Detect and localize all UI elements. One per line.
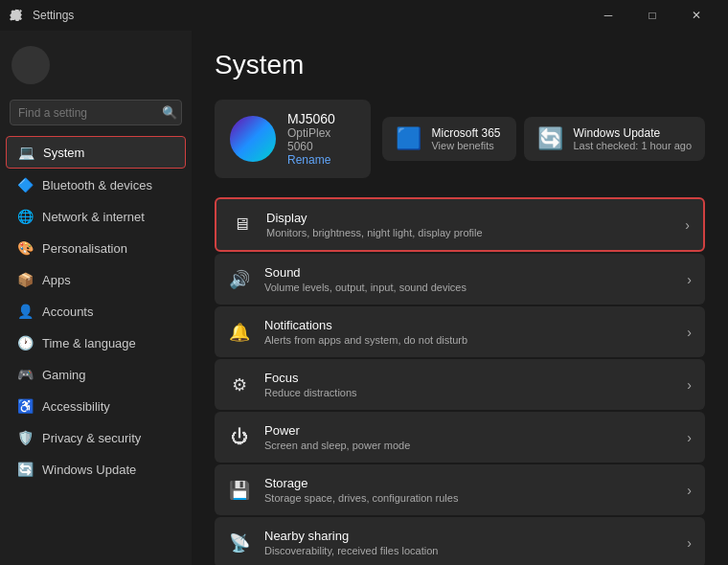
settings-item-storage[interactable]: 💾 Storage Storage space, drives, configu… [215,464,705,515]
nav-label-apps: Apps [42,273,71,287]
avatar-area [0,38,192,96]
settings-icon-notifications: 🔔 [228,321,251,344]
settings-title-power: Power [264,423,673,438]
settings-title-nearby: Nearby sharing [264,529,673,543]
settings-icon-storage: 💾 [228,479,251,502]
nav-label-time: Time & language [42,336,136,350]
search-box[interactable]: 🔍 [10,100,182,125]
nav-label-system: System [43,146,84,160]
page-title: System [215,50,705,80]
close-button[interactable]: ✕ [674,0,718,31]
settings-item-focus[interactable]: ⚙ Focus Reduce distractions › [215,359,705,410]
nav-label-gaming: Gaming [42,368,86,382]
nav-icon-personalisation: 🎨 [17,240,33,256]
nav-icon-privacy: 🛡️ [17,430,33,445]
chevron-icon-sound: › [687,272,692,287]
settings-desc-power: Screen and sleep, power mode [264,440,673,451]
settings-text-notifications: Notifications Alerts from apps and syste… [264,318,673,346]
sidebar: 🔍 💻 System 🔷 Bluetooth & devices 🌐 Netwo… [0,31,192,565]
status-card-0[interactable]: 🟦 Microsoft 365 View benefits [382,117,516,161]
status-card-icon-1: 🔄 [537,126,563,151]
titlebar-controls: ─ □ ✕ [586,0,718,31]
settings-icon-display: 🖥 [230,214,253,237]
sidebar-item-apps[interactable]: 📦 Apps [6,264,186,295]
sidebar-item-system[interactable]: 💻 System [6,136,186,169]
nav-label-windowsupdate: Windows Update [42,463,136,477]
settings-title-focus: Focus [264,371,673,385]
main-container: 🔍 💻 System 🔷 Bluetooth & devices 🌐 Netwo… [0,31,728,565]
nav-icon-network: 🌐 [17,209,33,224]
nav-icon-accounts: 👤 [17,304,33,319]
settings-item-notifications[interactable]: 🔔 Notifications Alerts from apps and sys… [215,306,705,357]
settings-desc-sound: Volume levels, output, input, sound devi… [264,282,673,293]
sidebar-item-personalisation[interactable]: 🎨 Personalisation [6,233,186,263]
nav-label-bluetooth: Bluetooth & devices [42,178,152,192]
content-area: System MJ5060 OptiPlex 5060 Rename 🟦 Mic… [192,31,728,565]
settings-text-nearby: Nearby sharing Discoverability, received… [264,529,673,556]
titlebar: Settings ─ □ ✕ [0,0,728,31]
maximize-button[interactable]: □ [630,0,674,31]
status-card-icon-0: 🟦 [396,126,421,151]
status-card-1[interactable]: 🔄 Windows Update Last checked: 1 hour ag… [524,117,705,161]
settings-app-icon [10,8,25,23]
avatar [11,46,50,84]
settings-list: 🖥 Display Monitors, brightness, night li… [215,197,705,565]
nav-label-network: Network & internet [42,210,145,224]
minimize-button[interactable]: ─ [586,0,630,31]
settings-item-display[interactable]: 🖥 Display Monitors, brightness, night li… [215,197,705,252]
nav-icon-system: 💻 [18,145,34,160]
chevron-icon-storage: › [687,483,692,498]
sidebar-item-time[interactable]: 🕐 Time & language [6,328,186,358]
settings-text-display: Display Monitors, brightness, night ligh… [266,211,671,238]
status-card-title-1: Windows Update [573,126,692,140]
settings-title-sound: Sound [264,265,673,280]
settings-icon-nearby: 📡 [228,531,251,554]
settings-icon-sound: 🔊 [228,268,251,291]
device-rename-link[interactable]: Rename [287,153,355,167]
settings-text-storage: Storage Storage space, drives, configura… [264,476,673,504]
nav-label-personalisation: Personalisation [42,241,127,256]
settings-text-sound: Sound Volume levels, output, input, soun… [264,265,673,293]
nav-icon-bluetooth: 🔷 [17,177,33,192]
sidebar-item-accessibility[interactable]: ♿ Accessibility [6,391,186,421]
settings-text-power: Power Screen and sleep, power mode [264,423,673,451]
settings-desc-display: Monitors, brightness, night light, displ… [266,227,671,238]
settings-item-nearby[interactable]: 📡 Nearby sharing Discoverability, receiv… [215,517,705,565]
settings-icon-power: ⏻ [228,426,251,449]
settings-title-display: Display [266,211,671,225]
chevron-icon-display: › [685,217,690,233]
search-icon: 🔍 [162,105,177,120]
nav-icon-gaming: 🎮 [17,367,33,382]
top-cards: MJ5060 OptiPlex 5060 Rename 🟦 Microsoft … [215,100,705,178]
sidebar-item-windowsupdate[interactable]: 🔄 Windows Update [6,454,186,485]
device-card: MJ5060 OptiPlex 5060 Rename [215,100,371,178]
settings-desc-notifications: Alerts from apps and system, do not dist… [264,334,673,346]
status-card-text-0: Microsoft 365 View benefits [431,126,500,151]
chevron-icon-nearby: › [687,535,692,551]
nav-icon-time: 🕐 [17,335,33,350]
sidebar-item-accounts[interactable]: 👤 Accounts [6,296,186,327]
status-card-text-1: Windows Update Last checked: 1 hour ago [573,126,692,151]
device-model: OptiPlex 5060 [287,126,355,153]
sidebar-item-bluetooth[interactable]: 🔷 Bluetooth & devices [6,170,186,200]
device-name: MJ5060 [287,111,355,126]
sidebar-item-privacy[interactable]: 🛡️ Privacy & security [6,422,186,453]
settings-item-power[interactable]: ⏻ Power Screen and sleep, power mode › [215,412,705,463]
device-info: MJ5060 OptiPlex 5060 Rename [287,111,355,167]
search-input[interactable] [18,106,162,120]
settings-item-sound[interactable]: 🔊 Sound Volume levels, output, input, so… [215,254,705,305]
nav-icon-windowsupdate: 🔄 [17,462,33,477]
device-logo [230,116,276,162]
chevron-icon-focus: › [687,377,692,393]
titlebar-title: Settings [33,9,586,22]
settings-desc-focus: Reduce distractions [264,387,673,398]
status-cards: 🟦 Microsoft 365 View benefits 🔄 Windows … [382,117,705,161]
sidebar-item-network[interactable]: 🌐 Network & internet [6,201,186,232]
nav-label-accessibility: Accessibility [42,399,110,414]
nav-items: 💻 System 🔷 Bluetooth & devices 🌐 Network… [0,135,192,565]
chevron-icon-power: › [687,430,692,445]
nav-label-privacy: Privacy & security [42,431,141,445]
settings-desc-storage: Storage space, drives, configuration rul… [264,492,673,504]
status-card-sub-1: Last checked: 1 hour ago [573,140,692,151]
sidebar-item-gaming[interactable]: 🎮 Gaming [6,359,186,390]
